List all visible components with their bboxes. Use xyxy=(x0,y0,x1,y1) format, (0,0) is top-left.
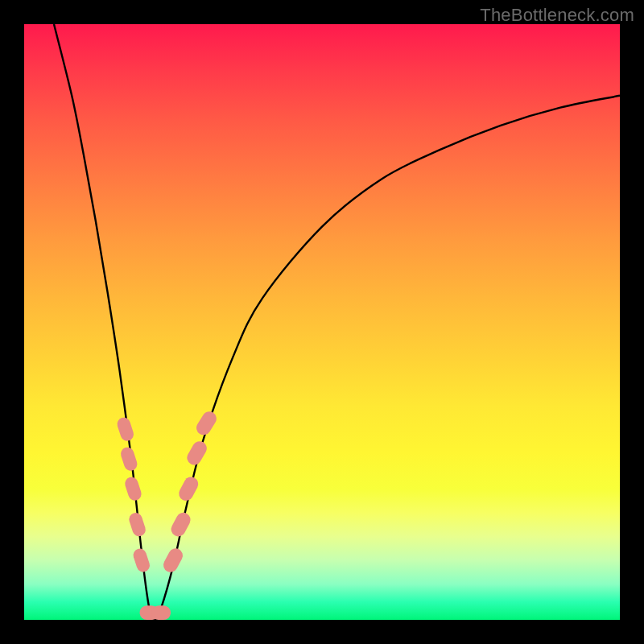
data-marker xyxy=(184,439,209,468)
data-marker xyxy=(151,605,171,620)
data-marker xyxy=(119,446,139,473)
data-marker xyxy=(176,474,200,503)
data-marker xyxy=(131,547,151,573)
data-marker xyxy=(168,510,192,539)
plot-area xyxy=(24,24,620,620)
bottleneck-curve xyxy=(24,24,620,620)
data-marker xyxy=(161,546,185,575)
chart-frame: TheBottleneck.com xyxy=(0,0,644,644)
watermark-text: TheBottleneck.com xyxy=(480,5,634,26)
data-marker xyxy=(127,511,147,538)
data-marker xyxy=(123,476,143,502)
data-marker xyxy=(194,409,220,438)
data-marker xyxy=(115,416,135,443)
